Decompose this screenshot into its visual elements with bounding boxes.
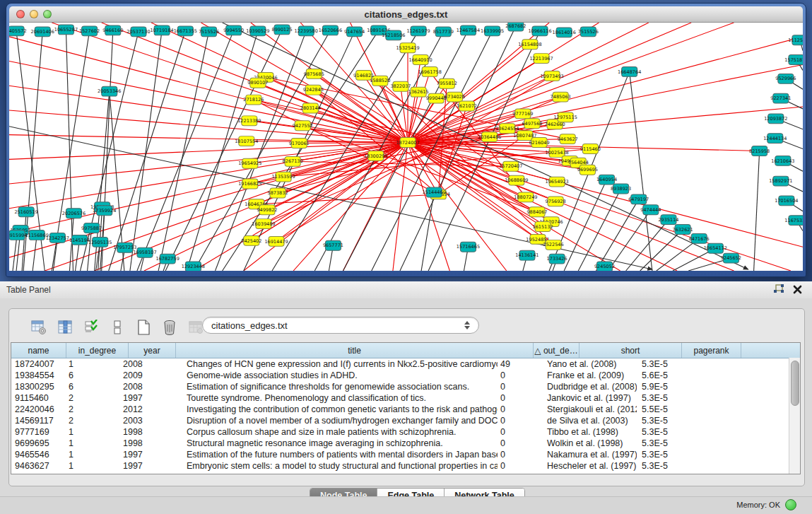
graph-edge[interactable] <box>81 32 139 271</box>
cell-in_degree[interactable]: 6 <box>63 382 119 392</box>
cell-pagerank[interactable]: 5.9E-5 <box>637 382 691 392</box>
cell-name[interactable]: 22420046 <box>11 404 63 414</box>
cell-out_de[interactable]: 0 <box>498 461 541 471</box>
table-row[interactable]: 1830029562008Estimation of significance … <box>11 381 800 392</box>
graph-edge[interactable] <box>102 30 113 271</box>
cell-in_degree[interactable]: 1 <box>63 438 119 448</box>
cell-year[interactable]: 1997 <box>119 393 163 403</box>
cell-year[interactable]: 2012 <box>119 404 163 414</box>
cell-year[interactable]: 1998 <box>119 427 163 437</box>
table-row[interactable]: 911546021997Tourette syndrome. Phenomeno… <box>11 392 800 404</box>
column-header-out_de[interactable]: △ out_de… <box>534 343 579 358</box>
cell-title[interactable]: Estimation of the future numbers of pati… <box>163 450 498 460</box>
cell-out_de[interactable]: 0 <box>498 404 541 414</box>
table-row[interactable]: 946554611997Estimation of the future num… <box>11 449 800 460</box>
table-row[interactable]: 946362711997Embryonic stem cells: a mode… <box>11 460 800 472</box>
cell-name[interactable]: 14569117 <box>11 416 63 426</box>
column-header-title[interactable]: title <box>176 343 534 358</box>
column-header-short[interactable]: short <box>579 343 682 358</box>
table-settings-icon[interactable] <box>30 319 47 336</box>
cell-year[interactable]: 1997 <box>119 461 163 471</box>
graph-edge-selected[interactable] <box>9 143 408 160</box>
cell-name[interactable]: 9115460 <box>11 393 63 403</box>
close-window-icon[interactable] <box>16 10 25 18</box>
table-row[interactable]: 1938455462009Genome-wide association stu… <box>11 370 800 381</box>
cell-out_de[interactable]: 0 <box>498 416 541 426</box>
cell-out_de[interactable]: 0 <box>498 393 541 403</box>
cell-in_degree[interactable]: 1 <box>63 461 119 471</box>
node-table[interactable]: namein_degreeyeartitle△ out_de…shortpage… <box>11 342 801 474</box>
table-row[interactable]: 1872400712008Changes of HCN gene express… <box>11 358 800 370</box>
cell-short[interactable]: Nakamura et al. (1997) <box>541 450 637 460</box>
cell-short[interactable]: Dudbridge et al. (2008) <box>541 382 637 392</box>
cell-pagerank[interactable]: 5.5E-5 <box>637 404 691 414</box>
cell-in_degree[interactable]: 2 <box>63 393 119 403</box>
graph-edge[interactable] <box>187 31 258 271</box>
column-header-name[interactable]: name <box>11 343 66 358</box>
cell-name[interactable]: 19384554 <box>11 370 63 380</box>
cell-short[interactable]: Hescheler et al. (1997) <box>541 461 637 471</box>
cell-title[interactable]: Changes of HCN gene expression and I(f) … <box>163 359 498 369</box>
cell-pagerank[interactable]: 5.6E-5 <box>637 370 691 380</box>
cell-short[interactable]: Jankovic et al. (1997) <box>541 393 637 403</box>
cell-short[interactable]: Wolkin et al. (1998) <box>541 438 637 448</box>
memory-ok-icon[interactable] <box>785 499 796 510</box>
table-row[interactable]: 969969511998Structural magnetic resonanc… <box>11 438 800 449</box>
cell-out_de[interactable]: 0 <box>498 450 541 460</box>
cell-title[interactable]: Structural magnetic resonance image aver… <box>163 438 498 448</box>
row-height-icon[interactable] <box>109 319 126 336</box>
cell-name[interactable]: 18724007 <box>11 359 63 369</box>
cell-title[interactable]: Tourette syndrome. Phenomenology and cla… <box>163 393 498 403</box>
table-row[interactable]: 1456911722003Disruption of a novel membe… <box>11 415 800 426</box>
cell-pagerank[interactable]: 5.3E-5 <box>637 359 691 369</box>
column-header-pagerank[interactable]: pagerank <box>682 343 741 358</box>
column-chooser-icon[interactable] <box>57 319 73 336</box>
cell-year[interactable]: 2003 <box>119 416 163 426</box>
column-header-year[interactable]: year <box>129 343 176 358</box>
graph-edge[interactable] <box>13 235 17 271</box>
cell-short[interactable]: Yano et al. (2008) <box>541 359 637 369</box>
graph-edge[interactable] <box>343 30 469 271</box>
cell-short[interactable]: Stergiakouli et al. (2012) <box>541 404 637 414</box>
column-header-in_degree[interactable]: in_degree <box>66 343 129 358</box>
create-table-icon[interactable] <box>135 319 152 336</box>
graph-edge[interactable] <box>754 151 760 271</box>
cell-in_degree[interactable]: 1 <box>63 450 119 460</box>
cell-title[interactable]: Embryonic stem cells: a model to study s… <box>163 461 498 471</box>
cell-pagerank[interactable]: 5.3E-5 <box>637 427 691 437</box>
cell-pagerank[interactable]: 5.3E-5 <box>637 416 691 426</box>
cell-out_de[interactable]: 0 <box>498 370 541 380</box>
scrollbar-thumb[interactable] <box>791 361 799 406</box>
table-row[interactable]: 2242004622012Investigating the contribut… <box>11 404 800 415</box>
cell-year[interactable]: 2009 <box>119 370 163 380</box>
cell-in_degree[interactable]: 6 <box>63 370 119 380</box>
cell-in_degree[interactable]: 1 <box>63 359 119 369</box>
cell-short[interactable]: de Silva et al. (2003) <box>541 416 637 426</box>
graph-edge-selected[interactable] <box>408 143 517 181</box>
graph-edge[interactable] <box>630 71 652 271</box>
cell-year[interactable]: 2008 <box>119 359 163 369</box>
network-view[interactable]: 1872400718300295153254191664091016961758… <box>9 23 803 271</box>
zoom-window-icon[interactable] <box>43 10 52 18</box>
cell-name[interactable]: 9699695 <box>11 438 63 448</box>
cell-in_degree[interactable]: 1 <box>63 427 119 437</box>
cell-name[interactable]: 18300295 <box>11 382 63 392</box>
cell-title[interactable]: Genome-wide association studies in ADHD. <box>163 370 498 380</box>
cell-name[interactable]: 9465546 <box>11 450 63 460</box>
window-titlebar[interactable]: citations_edges.txt <box>9 6 803 23</box>
network-window[interactable]: citations_edges.txt 18724007183002951532… <box>6 3 806 277</box>
float-window-icon[interactable] <box>773 284 784 297</box>
cell-title[interactable]: Disruption of a novel member of a sodium… <box>163 416 498 426</box>
cell-in_degree[interactable]: 2 <box>63 416 119 426</box>
vertical-scrollbar[interactable] <box>789 358 800 474</box>
close-icon[interactable] <box>793 284 802 297</box>
cell-title[interactable]: Corpus callosum shape and size in male p… <box>163 427 498 437</box>
cell-pagerank[interactable]: 5.3E-5 <box>637 393 691 403</box>
graph-edge[interactable] <box>165 30 282 271</box>
cell-out_de[interactable]: 0 <box>498 438 541 448</box>
cell-short[interactable]: Tibbo et al. (1998) <box>541 427 637 437</box>
network-select[interactable]: citations_edges.txt <box>202 317 479 334</box>
cell-pagerank[interactable]: 5.3E-5 <box>637 438 691 448</box>
cell-pagerank[interactable]: 5.3E-5 <box>637 461 691 471</box>
cell-title[interactable]: Estimation of significance thresholds fo… <box>163 382 498 392</box>
